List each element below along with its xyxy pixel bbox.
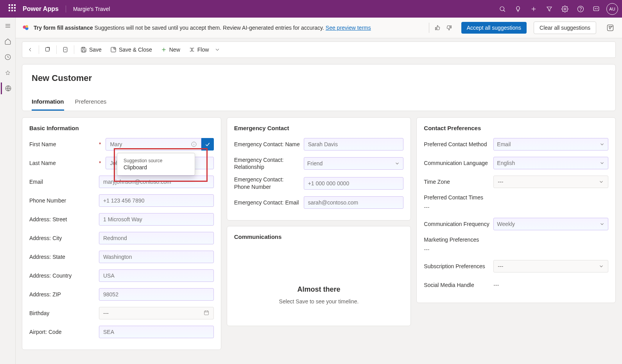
assistant-icon[interactable] (588, 0, 604, 18)
gear-icon[interactable] (557, 0, 573, 18)
svg-point-9 (597, 8, 598, 9)
svg-point-4 (564, 8, 566, 10)
help-icon[interactable] (573, 0, 588, 18)
svg-rect-7 (593, 7, 599, 11)
svg-point-6 (581, 10, 581, 11)
lightbulb-icon[interactable] (510, 0, 526, 18)
search-icon[interactable] (495, 0, 510, 18)
user-avatar[interactable]: AU (606, 3, 618, 15)
brand-name: Power Apps (23, 5, 66, 13)
global-header: Power Apps Margie's Travel AU (0, 0, 622, 18)
svg-line-1 (504, 10, 505, 12)
filter-icon[interactable] (541, 0, 557, 18)
environment-name[interactable]: Margie's Travel (66, 6, 110, 12)
svg-point-0 (500, 7, 504, 11)
add-icon[interactable] (526, 0, 541, 18)
svg-point-5 (578, 6, 584, 12)
svg-point-8 (595, 8, 596, 9)
app-launcher-icon[interactable] (9, 4, 18, 14)
